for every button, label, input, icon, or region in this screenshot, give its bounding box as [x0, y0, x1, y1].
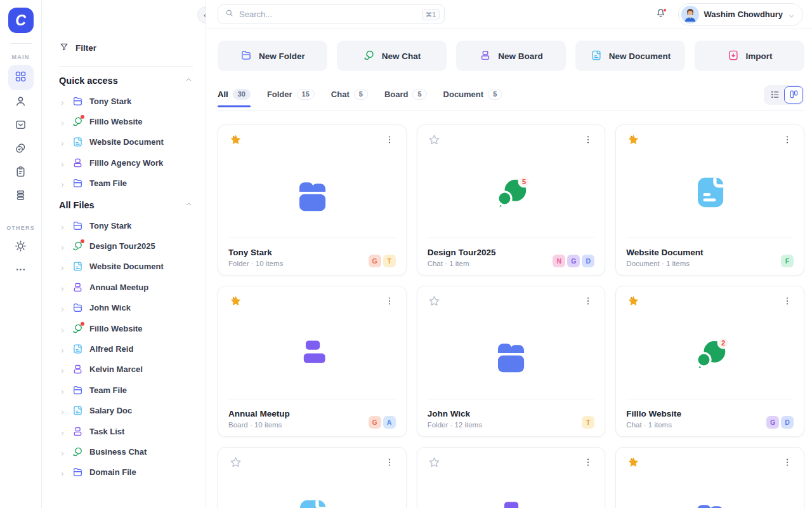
- tab-all[interactable]: All30: [218, 89, 251, 107]
- new-chat-button[interactable]: New Chat: [337, 41, 447, 71]
- sidebar-item-website-document[interactable]: Website Document: [59, 257, 193, 277]
- filter-button[interactable]: Filter: [59, 42, 193, 54]
- tab-folder[interactable]: Folder15: [267, 89, 315, 107]
- sidebar-item-design-tour2025[interactable]: Design Tour2025: [59, 236, 193, 256]
- star-outline-icon[interactable]: [428, 456, 442, 470]
- card-text: Website DocumentDocument · 1 items: [626, 248, 703, 267]
- import-button[interactable]: Import: [695, 41, 804, 71]
- kebab-menu-icon[interactable]: [781, 133, 794, 147]
- tab-count-badge: 15: [297, 89, 315, 100]
- rail-item-user[interactable]: [8, 91, 34, 114]
- stack-icon: [14, 189, 27, 204]
- file-card[interactable]: Tony StarkFolder · 10 itemsGT: [218, 124, 407, 276]
- star-outline-icon[interactable]: [228, 456, 242, 470]
- sidebar-item-annual-meetup[interactable]: Annual Meetup: [59, 277, 193, 297]
- svg-text:2: 2: [721, 339, 725, 347]
- sidebar-item-tony-stark[interactable]: Tony Stark: [59, 91, 193, 111]
- sidebar-collapse-button[interactable]: «: [197, 6, 206, 23]
- new-document-button[interactable]: New Document: [575, 41, 685, 71]
- file-card[interactable]: 5Design Tour2025Chat · 1 itemNGD: [417, 124, 606, 276]
- star-outline-icon[interactable]: [428, 295, 442, 309]
- rail-item-clipboard[interactable]: [8, 161, 34, 184]
- gear-icon: [14, 239, 27, 255]
- icon-rail: C MAIN OTHERS: [0, 0, 42, 508]
- file-card[interactable]: Annual MeetupBoard · 10 itemsGA: [218, 286, 407, 437]
- filter-icon: [59, 42, 69, 54]
- tab-document[interactable]: Document5: [443, 89, 502, 107]
- tag-badge: T: [383, 255, 396, 267]
- grid-view-button[interactable]: [784, 86, 803, 104]
- folder-icon: [626, 470, 794, 508]
- star-outline-icon[interactable]: [428, 133, 442, 147]
- kebab-menu-icon[interactable]: [582, 133, 594, 147]
- kebab-menu-icon[interactable]: [383, 456, 396, 470]
- app-logo[interactable]: C: [8, 8, 34, 33]
- kebab-menu-icon[interactable]: [582, 295, 594, 309]
- card-meta: Document · 1 items: [626, 260, 703, 267]
- file-card[interactable]: [615, 447, 804, 508]
- unread-dot: [81, 322, 84, 326]
- search-box[interactable]: ⌘1: [218, 4, 445, 24]
- chevron-down-icon: [788, 11, 795, 18]
- kebab-menu-icon[interactable]: [781, 456, 794, 470]
- sidebar-section-header[interactable]: All Files: [59, 200, 193, 210]
- star-filled-icon[interactable]: [626, 456, 640, 470]
- file-card[interactable]: 2Filllo WebsiteChat · 1 itemsGD: [615, 286, 804, 437]
- notifications-button[interactable]: [652, 5, 671, 24]
- clipboard-icon: [14, 165, 27, 181]
- sidebar-item-website-document[interactable]: Website Document: [59, 132, 193, 152]
- sidebar-item-filllo-website[interactable]: Filllo Website: [59, 111, 193, 131]
- new-board-button[interactable]: New Board: [456, 41, 566, 71]
- search-input[interactable]: [239, 10, 417, 19]
- folder-icon: [428, 309, 595, 399]
- sidebar-item-alfred-reid[interactable]: Alfred Reid: [59, 338, 193, 359]
- rail-item-stack[interactable]: [8, 185, 34, 208]
- file-card[interactable]: [417, 447, 606, 508]
- rail-item-ellipsis[interactable]: [8, 259, 34, 282]
- sidebar-item-salary-doc[interactable]: Salary Doc: [59, 400, 193, 420]
- sidebar-item-filllo-website[interactable]: Filllo Website: [59, 318, 193, 338]
- sidebar-item-task-list[interactable]: Task List: [59, 421, 193, 441]
- new-folder-button[interactable]: New Folder: [218, 41, 327, 71]
- sidebar-item-tony-stark[interactable]: Tony Stark: [59, 215, 193, 236]
- file-card[interactable]: [218, 447, 407, 508]
- kebab-menu-icon[interactable]: [383, 133, 396, 147]
- sidebar-item-label: Design Tour2025: [89, 241, 155, 251]
- folder-icon: [72, 95, 84, 107]
- rail-item-grid[interactable]: [8, 65, 34, 90]
- sidebar-item-business-chat[interactable]: Business Chat: [59, 441, 193, 462]
- sidebar-item-label: Salary Doc: [89, 406, 132, 415]
- star-filled-icon[interactable]: [626, 295, 640, 309]
- star-filled-icon[interactable]: [228, 295, 242, 309]
- user-name: Washim Chowdhury: [704, 10, 783, 19]
- tab-board[interactable]: Board5: [384, 89, 427, 107]
- list-view-button[interactable]: [765, 86, 784, 104]
- sidebar-item-filllo-agency-work[interactable]: Filllo Agency Work: [59, 152, 193, 173]
- sidebar-item-label: Team File: [89, 385, 127, 395]
- rail-item-copies[interactable]: [8, 138, 34, 161]
- import-icon: [727, 49, 740, 64]
- sidebar-item-team-file[interactable]: Team File: [59, 380, 193, 400]
- file-card[interactable]: Website DocumentDocument · 1 itemsF: [615, 124, 804, 276]
- sidebar-item-team-file[interactable]: Team File: [59, 173, 193, 194]
- sidebar-section-header[interactable]: Quick access: [59, 76, 193, 86]
- chat-icon: 2: [626, 309, 794, 399]
- kebab-menu-icon[interactable]: [383, 295, 396, 309]
- kebab-menu-icon[interactable]: [582, 456, 594, 470]
- sidebar-item-domain-file[interactable]: Domain File: [59, 462, 193, 483]
- sidebar-item-john-wick[interactable]: John Wick: [59, 298, 193, 318]
- folder-icon: [72, 466, 84, 478]
- star-filled-icon[interactable]: [228, 133, 242, 147]
- board-icon: [228, 309, 396, 399]
- rail-item-inbox[interactable]: [8, 114, 34, 137]
- file-card[interactable]: John WickFolder · 12 itemsT: [417, 286, 606, 437]
- chat-icon: 5: [428, 147, 595, 237]
- sidebar-item-label: Filllo Agency Work: [89, 158, 163, 168]
- star-filled-icon[interactable]: [626, 133, 640, 147]
- kebab-menu-icon[interactable]: [781, 295, 794, 309]
- sidebar-item-kelvin-marcel[interactable]: Kelvin Marcel: [59, 359, 193, 380]
- chevron-up-icon: [185, 76, 193, 86]
- tab-chat[interactable]: Chat5: [331, 89, 368, 107]
- rail-item-gear[interactable]: [8, 236, 34, 258]
- user-menu[interactable]: Washim Chowdhury: [678, 3, 803, 26]
